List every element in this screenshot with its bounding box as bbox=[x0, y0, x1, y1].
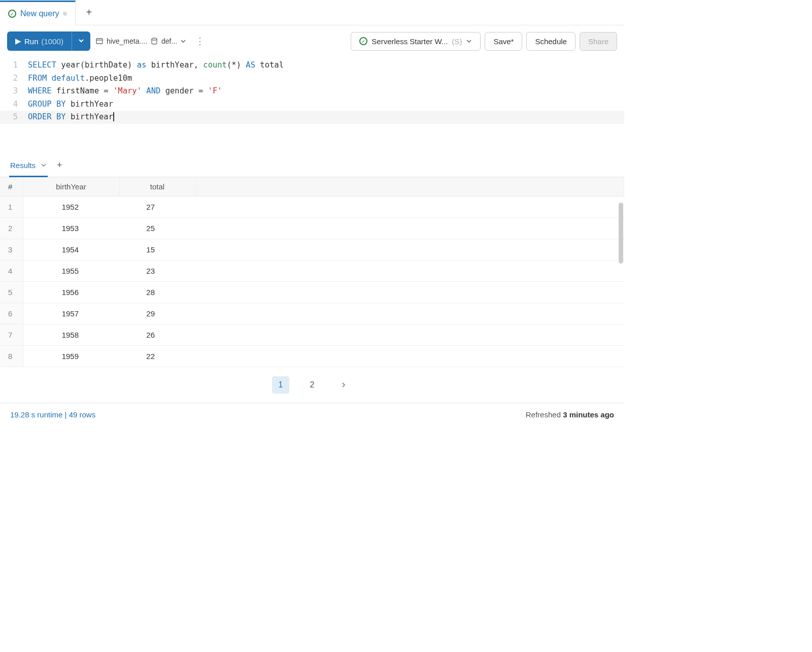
compute-suffix: (S) bbox=[452, 37, 462, 46]
table-row[interactable]: 8 1959 22 bbox=[0, 345, 624, 367]
total-cell: 26 bbox=[119, 324, 195, 345]
editor-line[interactable]: 3WHERE firstName = 'Mary' AND gender = '… bbox=[0, 85, 624, 98]
table-row[interactable]: 1 1952 27 bbox=[0, 196, 624, 217]
database-label: def... bbox=[161, 37, 177, 45]
add-result-tab-button[interactable]: + bbox=[57, 160, 62, 171]
pagination: 1 2 bbox=[0, 367, 624, 403]
chevron-down-icon bbox=[78, 38, 84, 44]
birthyear-cell: 1957 bbox=[23, 303, 119, 324]
birthyear-cell: 1954 bbox=[23, 239, 119, 260]
total-cell: 22 bbox=[119, 345, 195, 367]
rownum-cell: 1 bbox=[0, 196, 23, 217]
connection-selector[interactable]: hive_meta.... def... bbox=[95, 37, 186, 45]
total-cell: 28 bbox=[119, 281, 195, 303]
page-next-button[interactable] bbox=[335, 376, 352, 394]
results-table: # birthYear total 1 1952 27 2 1953 25 3 … bbox=[0, 177, 624, 367]
col-empty bbox=[195, 177, 624, 197]
table-row[interactable]: 5 1956 28 bbox=[0, 281, 624, 303]
page-1-button[interactable]: 1 bbox=[272, 376, 289, 394]
table-row[interactable]: 3 1954 15 bbox=[0, 239, 624, 260]
birthyear-cell: 1959 bbox=[23, 345, 119, 367]
chevron-down-icon bbox=[41, 162, 47, 168]
check-icon: ✓ bbox=[359, 37, 367, 45]
rownum-cell: 8 bbox=[0, 345, 23, 367]
tab-title: New query bbox=[20, 9, 59, 18]
line-number: 2 bbox=[0, 72, 28, 85]
toolbar: ▶ Run (1000) hive_meta.... def... ⋮ ✓ Se… bbox=[0, 25, 624, 57]
col-birthyear[interactable]: birthYear bbox=[23, 177, 119, 197]
save-button[interactable]: Save* bbox=[485, 32, 522, 51]
total-cell: 27 bbox=[119, 196, 195, 217]
table-row[interactable]: 4 1955 23 bbox=[0, 260, 624, 281]
sql-editor[interactable]: 1SELECT year(birthDate) as birthYear, co… bbox=[0, 57, 624, 154]
editor-line[interactable]: 2FROM default.people10m bbox=[0, 72, 624, 85]
run-button[interactable]: ▶ Run (1000) bbox=[7, 31, 72, 51]
line-number: 3 bbox=[0, 85, 28, 98]
refreshed-info: Refreshed 3 minutes ago bbox=[526, 410, 614, 419]
results-bar: Results + bbox=[0, 154, 624, 177]
database-icon bbox=[150, 37, 158, 45]
line-content: SELECT year(birthDate) as birthYear, cou… bbox=[28, 59, 284, 72]
line-number: 5 bbox=[0, 111, 28, 124]
col-total[interactable]: total bbox=[119, 177, 195, 197]
chevron-down-icon bbox=[180, 38, 186, 44]
rownum-cell: 4 bbox=[0, 260, 23, 281]
page-2-button[interactable]: 2 bbox=[303, 376, 321, 394]
schedule-button[interactable]: Schedule bbox=[526, 32, 576, 51]
rownum-cell: 7 bbox=[0, 324, 23, 345]
rownum-cell: 5 bbox=[0, 281, 23, 303]
birthyear-cell: 1958 bbox=[23, 324, 119, 345]
birthyear-cell: 1952 bbox=[23, 196, 119, 217]
results-tab-label: Results bbox=[10, 161, 36, 170]
editor-line[interactable]: 5ORDER BY birthYear bbox=[0, 111, 624, 124]
run-label: Run bbox=[24, 37, 39, 46]
chevron-right-icon bbox=[341, 382, 347, 388]
line-number: 4 bbox=[0, 98, 28, 111]
check-icon: ✓ bbox=[8, 10, 16, 18]
rownum-cell: 3 bbox=[0, 239, 23, 260]
table-row[interactable]: 2 1953 25 bbox=[0, 217, 624, 239]
runtime-info: 19.28 s runtime | 49 rows bbox=[10, 410, 95, 419]
catalog-icon bbox=[95, 37, 104, 45]
rownum-cell: 2 bbox=[0, 217, 23, 239]
total-cell: 23 bbox=[119, 260, 195, 281]
rownum-cell: 6 bbox=[0, 303, 23, 324]
chevron-down-icon bbox=[466, 38, 472, 44]
svg-point-2 bbox=[152, 38, 157, 40]
tab-bar: ✓ New query + bbox=[0, 0, 624, 25]
table-row[interactable]: 6 1957 29 bbox=[0, 303, 624, 324]
editor-line[interactable]: 4GROUP BY birthYear bbox=[0, 98, 624, 111]
line-content: ORDER BY birthYear bbox=[28, 111, 114, 124]
dirty-dot-icon bbox=[63, 12, 67, 16]
results-tab[interactable]: Results bbox=[9, 155, 48, 177]
total-cell: 25 bbox=[119, 217, 195, 239]
line-content: FROM default.people10m bbox=[28, 72, 132, 85]
total-cell: 15 bbox=[119, 239, 195, 260]
status-bar: 19.28 s runtime | 49 rows Refreshed 3 mi… bbox=[0, 403, 624, 426]
results-table-wrap: # birthYear total 1 1952 27 2 1953 25 3 … bbox=[0, 177, 624, 367]
more-menu-button[interactable]: ⋮ bbox=[191, 36, 209, 47]
line-content: WHERE firstName = 'Mary' AND gender = 'F… bbox=[28, 85, 222, 98]
play-icon: ▶ bbox=[15, 37, 21, 46]
birthyear-cell: 1955 bbox=[23, 260, 119, 281]
birthyear-cell: 1956 bbox=[23, 281, 119, 303]
scrollbar-thumb[interactable] bbox=[619, 203, 623, 264]
line-number: 1 bbox=[0, 59, 28, 72]
share-button: Share bbox=[580, 32, 617, 51]
run-dropdown-button[interactable] bbox=[72, 31, 90, 51]
col-rownum[interactable]: # bbox=[0, 177, 23, 197]
compute-selector[interactable]: ✓ Serverless Starter W... (S) bbox=[351, 32, 481, 51]
total-cell: 29 bbox=[119, 303, 195, 324]
compute-label: Serverless Starter W... bbox=[371, 37, 448, 46]
run-count: (1000) bbox=[42, 37, 63, 46]
svg-rect-0 bbox=[96, 39, 103, 44]
line-content: GROUP BY birthYear bbox=[28, 98, 113, 111]
add-tab-button[interactable]: + bbox=[76, 7, 102, 18]
birthyear-cell: 1953 bbox=[23, 217, 119, 239]
editor-line[interactable]: 1SELECT year(birthDate) as birthYear, co… bbox=[0, 59, 624, 72]
query-tab[interactable]: ✓ New query bbox=[0, 1, 76, 25]
run-group: ▶ Run (1000) bbox=[7, 31, 90, 51]
connection-label: hive_meta.... bbox=[107, 37, 147, 45]
table-row[interactable]: 7 1958 26 bbox=[0, 324, 624, 345]
